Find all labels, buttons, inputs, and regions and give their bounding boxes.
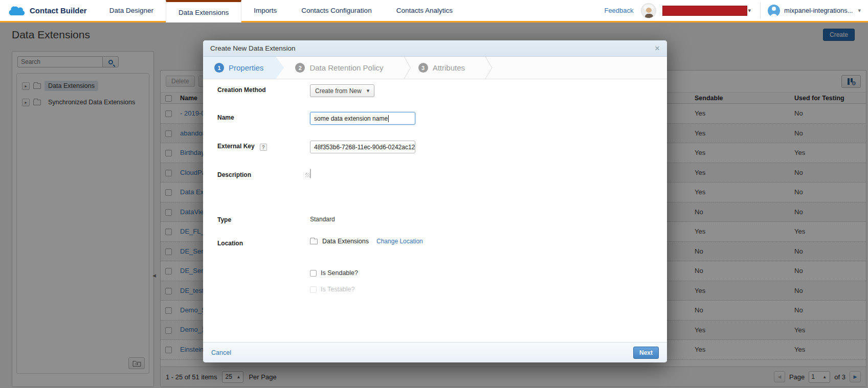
step-label: Data Retention Policy: [309, 63, 383, 72]
modal-body: Creation Method Create from New Name som…: [203, 79, 667, 342]
help-icon[interactable]: ?: [260, 144, 267, 151]
brand: Contact Builder: [0, 5, 97, 17]
step-label: Properties: [229, 63, 263, 72]
step-data-retention-policy[interactable]: 2 Data Retention Policy: [284, 57, 398, 79]
description-label: Description: [217, 171, 251, 178]
step-number: 1: [214, 63, 224, 73]
external-key-label: External Key?: [217, 143, 267, 151]
close-icon[interactable]: [655, 44, 660, 53]
name-label: Name: [217, 114, 234, 121]
account-chevron-down-icon[interactable]: [858, 8, 861, 13]
cancel-button[interactable]: Cancel: [211, 349, 231, 356]
folder-icon: [310, 239, 318, 244]
change-location-link[interactable]: Change Location: [376, 238, 423, 245]
einstein-avatar[interactable]: [641, 3, 656, 18]
is-testable-row: Is Testable?: [310, 286, 354, 293]
type-label: Type: [217, 216, 231, 223]
type-value: Standard: [310, 214, 335, 223]
step-label: Attributes: [433, 63, 465, 72]
redacted-account-selector[interactable]: [662, 6, 747, 16]
nav-item-data-designer[interactable]: Data Designer: [97, 0, 166, 21]
nav-item-contacts-configuration[interactable]: Contacts Configuration: [289, 0, 384, 21]
top-nav: Contact Builder Data Designer Data Exten…: [0, 0, 868, 22]
is-sendable-row: Is Sendable?: [310, 269, 358, 277]
creation-method-dropdown[interactable]: Create from New: [310, 84, 374, 97]
modal-footer: Cancel Next: [203, 342, 667, 362]
is-testable-label: Is Testable?: [321, 286, 354, 293]
name-input-value: some data extension name: [314, 115, 388, 122]
location-value: Data Extensions: [322, 238, 369, 245]
step-separator-icon: [480, 57, 488, 79]
nav-right: Feedback mixpanel-integrations...: [604, 3, 868, 19]
is-testable-checkbox: [310, 286, 317, 293]
modal-title: Create New Data Extension: [210, 44, 296, 52]
app-title: Contact Builder: [30, 6, 87, 15]
nav-item-imports[interactable]: Imports: [241, 0, 289, 21]
nav-item-data-extensions[interactable]: Data Extensions: [166, 0, 241, 22]
step-attributes[interactable]: 3 Attributes: [407, 57, 480, 79]
nav-item-contacts-analytics[interactable]: Contacts Analytics: [384, 0, 465, 21]
step-separator-icon: [399, 57, 407, 79]
nav-divider: [760, 3, 761, 19]
create-data-extension-modal: Create New Data Extension 1 Properties 2…: [203, 40, 667, 362]
user-avatar-icon[interactable]: [768, 5, 780, 17]
is-sendable-checkbox[interactable]: [310, 270, 317, 277]
step-number: 3: [418, 63, 428, 73]
chevron-down-icon: [367, 88, 370, 94]
text-cursor: [388, 115, 389, 122]
account-name[interactable]: mixpanel-integrations...: [784, 7, 853, 14]
step-properties[interactable]: 1 Properties: [203, 57, 284, 79]
chevron-down-icon[interactable]: [748, 8, 751, 13]
name-input[interactable]: some data extension name: [310, 112, 415, 125]
step-number: 2: [295, 63, 305, 73]
creation-method-value: Create from New: [315, 87, 362, 95]
creation-method-label: Creation Method: [217, 86, 266, 94]
external-key-value: 48f353b6-7268-11ec-90d6-0242ac1200: [314, 144, 415, 151]
next-button[interactable]: Next: [633, 347, 659, 359]
modal-header: Create New Data Extension: [203, 40, 667, 57]
salesforce-cloud-icon: [8, 5, 26, 17]
location-label: Location: [217, 240, 243, 247]
wizard-steps: 1 Properties 2 Data Retention Policy 3 A…: [203, 57, 667, 79]
description-textarea[interactable]: [310, 169, 311, 178]
is-sendable-label: Is Sendable?: [321, 269, 358, 277]
external-key-input[interactable]: 48f353b6-7268-11ec-90d6-0242ac1200: [310, 141, 415, 153]
feedback-link[interactable]: Feedback: [604, 7, 633, 14]
